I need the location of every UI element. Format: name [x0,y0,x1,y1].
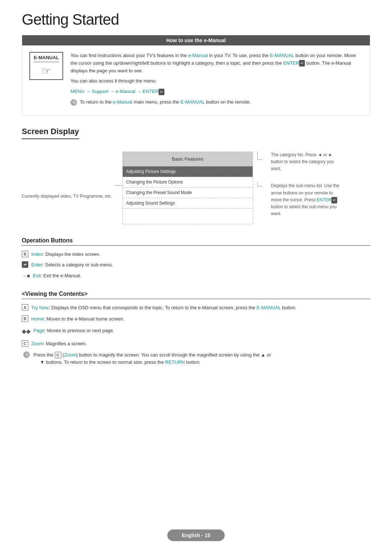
emanual-link-3[interactable]: e-Manual [113,99,132,105]
emanual-icon-hand: ☞ [34,65,59,77]
diagram-left-label: Currently displayed video, TV Programme,… [22,172,115,200]
right-label-top: The category list. Press ◄ or ► button t… [257,152,342,173]
op-item-exit: →■ Exit: Exit the e-Manual. [22,272,370,280]
viewing-title: <Viewing the Contents> [22,291,370,299]
operation-section: Operation Buttons B Index: Displays the … [22,237,370,280]
op-badge-b: B [22,251,28,257]
viewing-section: <Viewing the Contents> A Try Now: Displa… [22,291,370,366]
op-item-enter: ↵ Enter: Selects a category or sub-menu. [22,261,370,269]
emanual-link-4[interactable]: E-MANUAL [180,99,205,105]
v-badge-c: C [22,340,28,347]
v-page-text: Page: Moves to previous or next page. [33,327,114,334]
v-page-badge: ◆◆ [22,327,30,336]
v-zoom-text: Zoom: Magnifies a screen. [31,340,87,347]
op-badge-enter: ↵ [22,261,28,268]
op-item-index: B Index: Displays the index screen. [22,251,370,258]
diagram-top-label: Basic Features [172,156,203,162]
return-link[interactable]: RETURN [165,359,185,365]
footer: English - 15 [0,529,392,541]
enter-link-diagram[interactable]: ENTER↵ [317,197,338,202]
diagram-menu-item-1: Adjusting Picture Settings [123,166,253,177]
home-link[interactable]: Home [31,316,44,322]
diagram-top-bar: Basic Features [123,152,253,166]
diagram-right-labels: The category list. Press ◄ or ► button t… [253,152,342,218]
how-to-text: You can find instructions about your TV'… [70,52,363,109]
note-icon-2: ✎ [23,351,30,358]
page-title: Getting Started [22,11,370,28]
operation-buttons-title: Operation Buttons [22,237,370,246]
screen-display-title: Screen Display [22,127,79,139]
page-link[interactable]: Page [33,328,44,333]
enter-icon: ↵ [299,60,305,67]
right-label-bottom: Displays the sub-menu list. Use the arro… [257,182,342,217]
how-to-box: How to use the e-Manual E-MANUAL ☞ You c… [22,35,370,116]
op-exit-text: Exit: Exit the e-Manual. [33,272,81,279]
diagram-center: Basic Features Adjusting Picture Setting… [122,152,253,224]
zoom-link[interactable]: Zoom [31,341,43,346]
emanual-icon-label: E-MANUAL [34,55,59,62]
footer-badge: English - 15 [167,529,225,541]
viewing-item-page: ◆◆ Page: Moves to previous or next page. [22,327,370,336]
exit-link[interactable]: Exit [33,273,41,278]
viewing-item-zoom: C Zoom: Magnifies a screen. [22,340,370,347]
emanual-link-2[interactable]: E-MANUAL [270,53,294,58]
screen-diagram: Currently displayed video, TV Programme,… [22,152,370,224]
op-index-text: Index: Displays the index screen. [31,251,101,258]
enter-text: ENTER↵ [283,60,305,66]
viewing-item-home: B Home: Moves to the e-Manual home scree… [22,315,370,323]
diagram-right-label-2: Displays the sub-menu list. Use the arro… [265,182,342,217]
note-c-badge: C [55,352,61,358]
viewing-item-trynow: A Try Now: Displays the OSD menu that co… [22,304,370,311]
viewing-note-text: Press the C (Zoom) button to magnify the… [33,351,271,366]
emanual-link-5[interactable]: E-MANUAL [257,305,281,310]
menu-path: MENU → Support → e-Manual → ENTER↵ [70,88,363,96]
diagram-menu-item-2: Changing the Picture Options [123,177,253,188]
emanual-link-1[interactable]: e-Manual [188,53,208,58]
how-to-para2: You can also access it through the menu: [70,77,363,85]
emanual-icon: E-MANUAL ☞ [29,52,63,80]
note-icon: ✎ [70,99,77,106]
screen-display-section: Screen Display Currently displayed video… [22,127,370,224]
trynow-link[interactable]: Try Now [31,305,49,310]
menu-enter-icon: ↵ [159,89,164,95]
diagram-right-label-1: The category list. Press ◄ or ► button t… [265,152,342,173]
op-enter-text: Enter: Selects a category or sub-menu. [31,261,113,269]
v-home-text: Home: Moves to the e-Manual home screen. [31,315,124,323]
enter-icon-diagram: ↵ [331,197,337,204]
op-arrow-badge: →■ [22,272,30,280]
enter-link[interactable]: Enter [31,262,42,267]
how-to-note: ✎ To return to the e-Manual main menu, p… [70,98,363,106]
diagram-menu-item-4: Adjusting Sound Settings [123,198,253,209]
how-to-header: How to use the e-Manual [22,35,370,45]
menu-link: MENU → Support → e-Manual → ENTER↵ [70,89,164,94]
v-badge-a: A [22,304,28,311]
how-to-body: E-MANUAL ☞ You can find instructions abo… [22,45,370,116]
v-badge-b: B [22,315,28,322]
index-link[interactable]: Index [31,251,43,257]
diagram-menu-item-3: Changing the Preset Sound Mode [123,188,253,198]
how-to-para1: You can find instructions about your TV'… [70,52,363,74]
zoom-link-2[interactable]: Zoom [64,352,76,358]
v-trynow-text: Try Now: Displays the OSD menu that corr… [31,304,297,311]
viewing-note: ✎ Press the C (Zoom) button to magnify t… [23,351,370,366]
